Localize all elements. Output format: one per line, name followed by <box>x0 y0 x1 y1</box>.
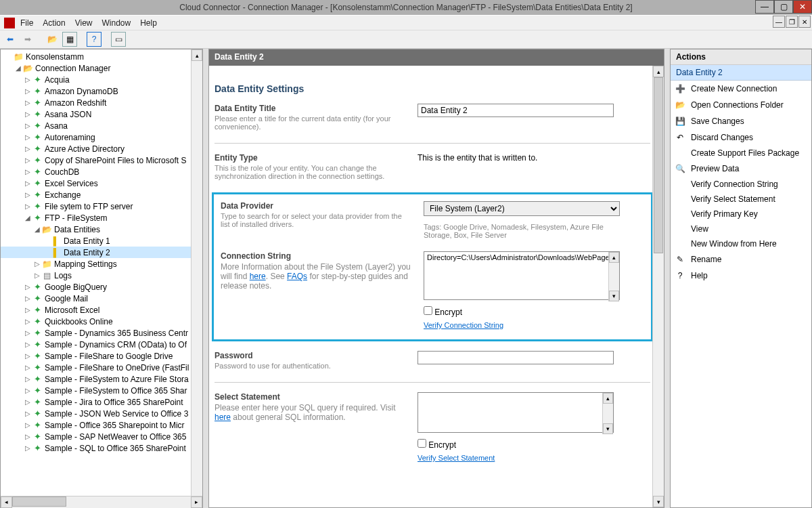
expand-icon[interactable]: ▷ <box>24 145 32 152</box>
splitter[interactable] <box>664 49 670 508</box>
tree-item[interactable]: ◢📂Connection Manager <box>1 62 202 74</box>
expand-icon[interactable]: ▷ <box>24 410 32 417</box>
tree-item[interactable]: ▷✦Microsoft Excel <box>1 304 202 316</box>
tree-item[interactable]: 📁Konsolenstamm <box>1 51 202 62</box>
expand-icon[interactable]: ▷ <box>24 168 32 175</box>
maximize-button[interactable]: ▢ <box>774 0 793 14</box>
open-folder-icon[interactable]: 📂 <box>45 32 60 47</box>
expand-icon[interactable]: ▷ <box>24 295 32 302</box>
action-item[interactable]: Create Support Files Package <box>671 146 811 161</box>
expand-icon[interactable]: ▷ <box>24 444 32 452</box>
expand-icon[interactable]: ▷ <box>24 375 32 383</box>
textarea-scrollbar[interactable]: ▴ ▾ <box>608 252 619 301</box>
help-icon[interactable]: ? <box>87 32 102 47</box>
tree-item[interactable]: ▷✦Autorenaming <box>1 131 202 143</box>
tree-item[interactable]: ▷✦Sample - SQL to Office 365 SharePoint <box>1 442 202 454</box>
tree-item[interactable]: ▷✦Sample - Office 365 Sharepoint to Micr <box>1 419 202 431</box>
action-item[interactable]: ?Help <box>671 268 811 284</box>
expand-icon[interactable]: ▷ <box>24 76 32 83</box>
action-item[interactable]: 📂Open Connections Folder <box>671 97 811 113</box>
tree-item[interactable]: ▷✦Sample - Jira to Office 365 SharePoint <box>1 396 202 408</box>
tree-hscrollbar[interactable]: ◂ ▸ <box>1 496 202 507</box>
action-item[interactable]: ↶Discard Changes <box>671 129 811 146</box>
tree-item[interactable]: ▷✦Asana <box>1 120 202 131</box>
scroll-right-icon[interactable]: ▸ <box>191 496 202 508</box>
scroll-up-icon[interactable]: ▴ <box>603 393 613 404</box>
tree-item[interactable]: ▷✦Google Mail <box>1 293 202 304</box>
forward-button[interactable]: ➡ <box>20 32 35 47</box>
tree-item[interactable]: ▷✦File sytem to FTP server <box>1 200 202 212</box>
tree-item[interactable]: ▌Data Entity 2 <box>1 247 202 258</box>
window-icon[interactable]: ▭ <box>111 32 126 47</box>
expand-icon[interactable]: ▷ <box>24 133 32 141</box>
tree-item[interactable]: ◢📂Data Entities <box>1 224 202 235</box>
tree-item[interactable]: ▷▤Logs <box>1 270 202 281</box>
tree-item[interactable]: ▷✦Asana JSON <box>1 108 202 120</box>
cs-faqs-link[interactable]: FAQs <box>287 272 307 281</box>
expand-icon[interactable]: ▷ <box>33 272 41 279</box>
cs-here-link[interactable]: here <box>250 272 266 281</box>
tree-item[interactable]: ▷✦Sample - FileShare to OneDrive (FastFi… <box>1 362 202 373</box>
expand-icon[interactable]: ▷ <box>24 87 32 95</box>
tree-item[interactable]: ▷✦Sample - FileSystem to Office 365 Shar <box>1 385 202 396</box>
tree-item[interactable]: ▷✦Amazon Redshift <box>1 97 202 108</box>
action-item[interactable]: Verify Select Statement <box>671 192 811 207</box>
tree-item[interactable]: ▷✦CouchDB <box>1 166 202 177</box>
menu-help[interactable]: Help <box>140 18 157 28</box>
action-item[interactable]: Verify Primary Key <box>671 207 811 221</box>
scroll-down-icon[interactable]: ▾ <box>603 423 613 434</box>
tree-item[interactable]: ▌Data Entity 1 <box>1 235 202 247</box>
expand-icon[interactable]: ◢ <box>14 64 22 72</box>
tree-item[interactable]: ▷✦Sample - Dynamics CRM (OData) to Of <box>1 339 202 350</box>
expand-icon[interactable]: ▷ <box>24 421 32 429</box>
tree-item[interactable]: ▷✦Acquia <box>1 74 202 85</box>
expand-icon[interactable]: ▷ <box>24 318 32 325</box>
action-item[interactable]: 🔍Preview Data <box>671 161 811 177</box>
expand-icon[interactable]: ▷ <box>24 398 32 406</box>
scroll-thumb[interactable] <box>654 77 663 253</box>
password-input[interactable] <box>418 351 614 364</box>
expand-icon[interactable]: ◢ <box>33 226 41 233</box>
expand-icon[interactable]: ▷ <box>24 110 32 118</box>
expand-icon[interactable]: ▷ <box>24 156 32 164</box>
connection-string-input[interactable] <box>424 251 620 300</box>
verify-select-statement-link[interactable]: Verify Select Statement <box>418 454 495 462</box>
select-statement-input[interactable] <box>418 392 614 433</box>
menu-file[interactable]: File <box>20 18 33 28</box>
mdi-minimize-button[interactable]: — <box>773 16 785 28</box>
scroll-down-icon[interactable]: ▾ <box>653 496 664 507</box>
scroll-left-icon[interactable]: ◂ <box>1 496 12 508</box>
expand-icon[interactable]: ▷ <box>24 352 32 360</box>
expand-icon[interactable]: ▷ <box>24 122 32 129</box>
encrypt-ss-checkbox[interactable] <box>418 439 426 448</box>
action-item[interactable]: View <box>671 221 811 236</box>
mdi-close-button[interactable]: ✕ <box>798 16 811 28</box>
tree-item[interactable]: ▷✦Amazon DynamoDB <box>1 85 202 97</box>
tree-item[interactable]: ▷✦Quickbooks Online <box>1 316 202 327</box>
tree-item[interactable]: ▷📁Mapping Settings <box>1 258 202 270</box>
expand-icon[interactable]: ▷ <box>24 329 32 337</box>
expand-icon[interactable]: ▷ <box>24 283 32 291</box>
scroll-up-icon[interactable]: ▴ <box>653 66 664 77</box>
tree-item[interactable]: ▷✦Sample - Dynamics 365 Business Centr <box>1 327 202 339</box>
tree-item[interactable]: ◢✦FTP - FileSystem <box>1 212 202 224</box>
form-vscrollbar[interactable]: ▴ ▾ <box>652 66 664 507</box>
action-item[interactable]: Verify Connection String <box>671 177 811 192</box>
tree-item[interactable]: ▷✦Exchange <box>1 189 202 200</box>
scroll-up-icon[interactable]: ▴ <box>609 252 619 263</box>
tree-item[interactable]: ▷✦Sample - JSON Web Service to Office 3 <box>1 408 202 419</box>
minimize-button[interactable]: — <box>755 0 774 14</box>
title-input[interactable] <box>418 104 614 117</box>
textarea-scrollbar[interactable]: ▴ ▾ <box>602 393 613 434</box>
action-item[interactable]: ➕Create New Connection <box>671 81 811 97</box>
tree-item[interactable]: ▷✦Sample - SAP NetWeaver to Office 365 <box>1 431 202 442</box>
tree-item[interactable]: ▷✦Google BigQuery <box>1 281 202 293</box>
action-item[interactable]: ✎Rename <box>671 251 811 268</box>
view-icon[interactable]: ▦ <box>62 32 77 47</box>
close-button[interactable]: ✕ <box>793 0 812 14</box>
action-item[interactable]: 💾Save Changes <box>671 113 811 129</box>
expand-icon[interactable]: ▷ <box>24 99 32 106</box>
tree-vscrollbar[interactable]: ▴ <box>191 49 202 496</box>
ss-here-link[interactable]: here <box>215 412 231 422</box>
data-provider-select[interactable]: File System (Layer2) <box>424 201 620 216</box>
